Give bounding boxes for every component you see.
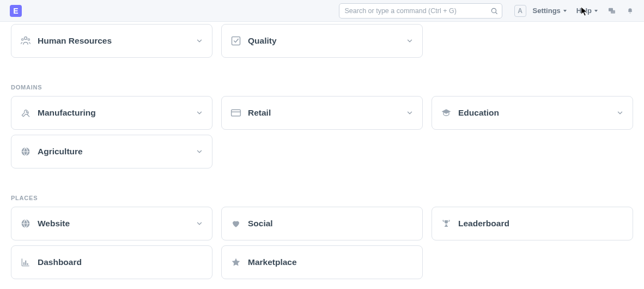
chevron-down-icon — [196, 109, 203, 117]
section-title-domains: DOMAINS — [11, 84, 633, 91]
tools-icon — [20, 107, 31, 118]
chevron-down-icon — [196, 220, 203, 227]
chevron-down-icon — [406, 109, 414, 117]
user-avatar-badge[interactable]: A — [514, 5, 526, 17]
card-dashboard[interactable]: Dashboard — [11, 245, 212, 279]
credit-card-icon — [230, 107, 241, 118]
places-row-2: Dashboard Marketplace — [11, 245, 633, 279]
card-label: Quality — [248, 36, 406, 46]
app-logo[interactable]: E — [10, 5, 22, 17]
card-quality[interactable]: Quality — [221, 24, 423, 58]
card-label: Education — [458, 108, 616, 118]
globe-icon — [20, 218, 31, 229]
card-label: Social — [248, 219, 414, 228]
bar-chart-icon — [20, 257, 31, 268]
domains-row-1: Manufacturing Retail Education — [11, 96, 633, 130]
help-menu[interactable]: Help — [576, 7, 598, 15]
chevron-down-icon — [406, 37, 414, 45]
bell-icon[interactable] — [626, 7, 634, 15]
people-icon — [20, 35, 31, 46]
star-icon — [230, 257, 241, 268]
chevron-down-icon — [196, 148, 203, 155]
card-marketplace[interactable]: Marketplace — [221, 245, 423, 279]
chat-icon[interactable] — [607, 7, 616, 15]
settings-menu[interactable]: Settings — [533, 7, 567, 15]
card-label: Manufacturing — [38, 108, 196, 118]
search-wrapper — [339, 3, 502, 19]
help-label: Help — [576, 7, 592, 15]
card-website[interactable]: Website — [11, 207, 212, 240]
card-label: Retail — [248, 108, 406, 118]
card-education[interactable]: Education — [432, 96, 633, 130]
card-human-resources[interactable]: Human Resources — [11, 24, 212, 58]
check-square-icon — [230, 35, 241, 46]
chevron-down-icon — [196, 37, 203, 45]
chevron-down-icon — [563, 10, 567, 12]
heart-icon — [230, 218, 241, 229]
top-navbar: E A Settings Help — [0, 0, 644, 22]
card-leaderboard[interactable]: Leaderboard — [432, 207, 633, 240]
trophy-icon — [441, 218, 452, 229]
card-label: Agriculture — [38, 147, 196, 156]
card-retail[interactable]: Retail — [221, 96, 423, 130]
domains-row-2: Agriculture — [11, 135, 633, 168]
chevron-down-icon — [594, 10, 598, 12]
card-manufacturing[interactable]: Manufacturing — [11, 96, 212, 130]
globe-icon — [20, 146, 31, 157]
card-label: Human Resources — [38, 36, 196, 46]
card-label: Leaderboard — [458, 219, 624, 228]
chevron-down-icon — [616, 109, 624, 117]
places-row-1: Website Social Leaderboard — [11, 207, 633, 240]
card-label: Marketplace — [248, 257, 414, 267]
graduation-cap-icon — [441, 107, 452, 118]
top-card-row: Human Resources Quality — [11, 24, 633, 58]
card-label: Website — [38, 219, 196, 228]
settings-label: Settings — [533, 7, 561, 15]
card-social[interactable]: Social — [221, 207, 423, 240]
section-title-places: PLACES — [11, 195, 633, 201]
card-agriculture[interactable]: Agriculture — [11, 135, 212, 168]
card-label: Dashboard — [38, 257, 203, 267]
search-input[interactable] — [339, 3, 502, 19]
